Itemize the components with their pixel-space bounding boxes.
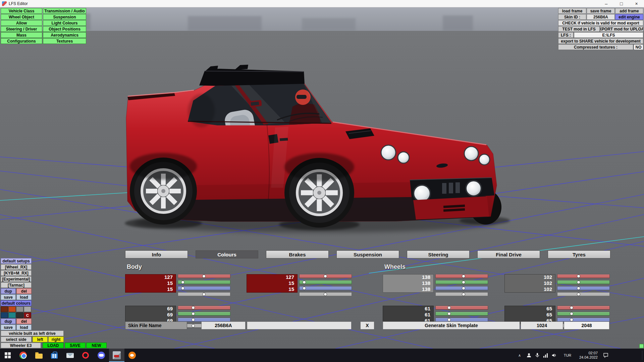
- slider-track-red[interactable]: [178, 274, 230, 278]
- slider-knob[interactable]: [570, 318, 573, 321]
- microphone-tray-icon[interactable]: [534, 349, 541, 362]
- skin-file-name-input[interactable]: [247, 321, 352, 329]
- slider-track-blue[interactable]: [557, 286, 610, 290]
- tab-tyres[interactable]: Tyres: [548, 250, 610, 258]
- minimize-button[interactable]: –: [599, 0, 614, 7]
- slider-track-blue[interactable]: [178, 286, 230, 290]
- file-explorer-icon[interactable]: [31, 349, 47, 362]
- slider-track-red[interactable]: [178, 306, 230, 310]
- colours-del-button[interactable]: del: [16, 318, 32, 324]
- viewport-3d[interactable]: [0, 7, 644, 349]
- skin-clear-button[interactable]: X: [360, 321, 374, 329]
- slider-knob[interactable]: [324, 293, 327, 296]
- setup-del-button[interactable]: del: [16, 288, 32, 294]
- skin-size-1024-button[interactable]: 1024: [521, 321, 563, 329]
- add-frame-button[interactable]: add frame: [615, 8, 643, 14]
- tab-suspension[interactable]: Suspension: [336, 250, 399, 258]
- browser-icon[interactable]: [15, 349, 31, 362]
- slider-knob[interactable]: [577, 275, 580, 278]
- colours-save-button[interactable]: save: [1, 324, 16, 330]
- menu-transmission-audio[interactable]: Transmission / Audio: [43, 8, 86, 14]
- colours-dup-button[interactable]: dup: [1, 318, 16, 324]
- slider-knob[interactable]: [192, 318, 195, 321]
- tab-info[interactable]: Info: [125, 250, 188, 258]
- slider-track-green[interactable]: [299, 280, 352, 284]
- opera-icon[interactable]: [78, 349, 93, 362]
- close-button[interactable]: ×: [629, 0, 644, 7]
- menu-steering-driver[interactable]: Steering / Driver: [1, 26, 42, 32]
- slider-knob[interactable]: [570, 306, 573, 309]
- slider-track-all[interactable]: [435, 292, 488, 296]
- start-button[interactable]: [0, 349, 15, 362]
- slider-knob[interactable]: [192, 312, 195, 315]
- slider-track-green[interactable]: [557, 280, 610, 284]
- slider-knob[interactable]: [192, 324, 195, 327]
- compressed-textures-toggle[interactable]: NO: [634, 44, 643, 50]
- slider-track-red[interactable]: [435, 274, 488, 278]
- lfs-path-value[interactable]: E:\LFS: [574, 32, 643, 38]
- mail-icon[interactable]: [62, 349, 78, 362]
- language-indicator[interactable]: TUR: [561, 349, 574, 362]
- default-setups-button[interactable]: default setups: [1, 258, 32, 264]
- store-icon[interactable]: [47, 349, 62, 362]
- slider-track-all[interactable]: [557, 292, 610, 296]
- tab-colours[interactable]: Colours: [196, 250, 258, 258]
- slider-track-green[interactable]: [178, 280, 230, 284]
- volume-tray-icon[interactable]: [550, 349, 558, 362]
- viewport-corner-button[interactable]: [639, 344, 644, 348]
- tab-steering[interactable]: Steering: [407, 250, 470, 258]
- skin-size-2048-button[interactable]: 2048: [564, 321, 609, 329]
- slider-track-green[interactable]: [435, 312, 488, 316]
- slider-knob[interactable]: [577, 281, 580, 284]
- menu-wheel-object[interactable]: Wheel Object: [1, 14, 42, 20]
- save-frame-button[interactable]: save frame: [587, 8, 615, 14]
- network-tray-icon[interactable]: [542, 349, 549, 362]
- slider-knob[interactable]: [570, 312, 573, 315]
- vehicle-name-field[interactable]: Wheeler E3: [1, 343, 41, 348]
- slider-knob[interactable]: [577, 293, 580, 296]
- colour-slot-6[interactable]: [8, 312, 16, 318]
- slider-track-all[interactable]: [299, 292, 352, 296]
- load-frame-button[interactable]: load frame: [558, 8, 586, 14]
- slider-knob[interactable]: [202, 293, 206, 296]
- slider-knob[interactable]: [303, 281, 306, 284]
- setup-dup-button[interactable]: dup: [1, 288, 16, 294]
- show-desktop-divider[interactable]: [642, 351, 642, 360]
- slider-knob[interactable]: [462, 287, 465, 290]
- side-right-button[interactable]: right: [48, 337, 64, 342]
- colour-slot-4[interactable]: [24, 306, 31, 312]
- discord-icon[interactable]: [94, 349, 109, 362]
- setup-save-button[interactable]: save: [1, 294, 16, 300]
- setup-item-tarmac[interactable]: [Tarmac]: [1, 282, 32, 288]
- lfs-editor-taskbar-icon[interactable]: [109, 349, 124, 362]
- action-center-icon[interactable]: [600, 349, 611, 362]
- tab-final-drive[interactable]: Final Drive: [477, 250, 540, 258]
- edit-engine-button[interactable]: edit engine: [615, 14, 643, 20]
- test-mod-button[interactable]: TEST mod in LFS: [558, 26, 600, 32]
- slider-knob[interactable]: [462, 281, 465, 284]
- clock[interactable]: 02:07 24.04.2022: [575, 349, 598, 362]
- menu-configurations[interactable]: Configurations: [1, 38, 42, 44]
- setup-item-experimental[interactable]: [Experimental]: [1, 276, 32, 282]
- slider-knob[interactable]: [462, 293, 465, 296]
- menu-object-positions[interactable]: Object Positions: [43, 26, 86, 32]
- slider-knob[interactable]: [181, 287, 184, 290]
- colour-slot-7[interactable]: [16, 312, 23, 318]
- slider-track-all[interactable]: [178, 292, 230, 296]
- generate-skin-template-button[interactable]: Generate Skin Template: [383, 321, 520, 329]
- menu-mass[interactable]: Mass: [1, 32, 42, 38]
- skin-id-value[interactable]: 256B6A: [587, 14, 615, 20]
- blender-icon[interactable]: [124, 349, 140, 362]
- setup-item-wheel-rx[interactable]: [Wheel_RX]: [1, 264, 32, 270]
- slider-track-green[interactable]: [557, 312, 610, 316]
- slider-knob[interactable]: [192, 306, 195, 309]
- slider-knob[interactable]: [447, 318, 451, 321]
- menu-aerodynamics[interactable]: Aerodynamics: [43, 32, 86, 38]
- maximize-button[interactable]: □: [614, 0, 629, 7]
- tab-brakes[interactable]: Brakes: [266, 250, 329, 258]
- menu-light-colours[interactable]: Light Colours: [43, 20, 86, 26]
- vehicle-new-button[interactable]: NEW: [86, 343, 107, 348]
- slider-track-green[interactable]: [178, 312, 230, 316]
- menu-textures[interactable]: Textures: [43, 38, 86, 44]
- colours-load-button[interactable]: load: [16, 324, 32, 330]
